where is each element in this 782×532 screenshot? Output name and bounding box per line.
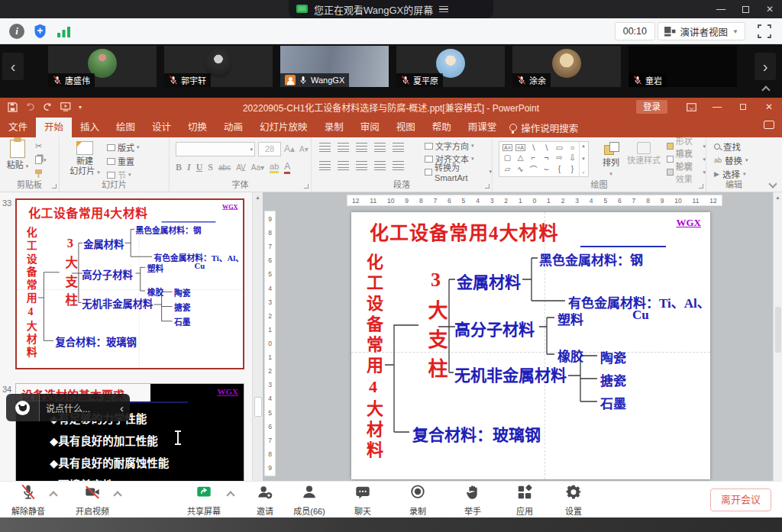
participant-tile[interactable]: 夏平原 <box>396 46 505 87</box>
dialog-launcher-icon[interactable] <box>699 184 703 189</box>
slide-33-thumbnail[interactable]: 化工设备常用4大材料 WGX 化工设备常用4大材料 3大支柱 金属材料 黑色金属… <box>15 198 244 369</box>
left-brace-shape-icon[interactable]: { <box>558 165 561 173</box>
tab-animations[interactable]: 动画 <box>215 118 251 137</box>
tell-me-search[interactable]: 操作说明搜索 <box>509 118 578 137</box>
participant-tile[interactable]: 涂余 <box>512 46 621 87</box>
columns-icon[interactable] <box>393 161 404 170</box>
grow-font-icon[interactable]: A▴ <box>284 143 295 154</box>
tab-record[interactable]: 录制 <box>316 118 352 137</box>
chat-input[interactable]: 说点什么... ‹ <box>40 394 130 421</box>
align-right-icon[interactable] <box>356 161 367 170</box>
vertical-textbox-shape-icon[interactable]: ≡A <box>515 144 525 151</box>
tab-insert[interactable]: 插入 <box>72 118 108 137</box>
tab-help[interactable]: 帮助 <box>424 118 460 137</box>
participant-tile[interactable]: 唐盛伟 <box>48 46 157 87</box>
tab-draw[interactable]: 绘图 <box>108 118 144 137</box>
redo-icon[interactable] <box>43 102 53 112</box>
scroll-right-button[interactable]: › <box>755 53 776 80</box>
text-direction-button[interactable]: 文字方向▾ <box>425 140 492 151</box>
right-arrow-shape-icon[interactable]: ⇨ <box>556 153 562 162</box>
decrease-indent-icon[interactable] <box>356 143 367 152</box>
font-size-combobox[interactable]: 28 <box>258 142 281 156</box>
login-button[interactable]: 登录 <box>636 100 667 114</box>
window-close-button[interactable]: ✕ <box>758 0 782 18</box>
copy-button[interactable]: ▾ <box>35 154 47 166</box>
banner-menu-icon[interactable] <box>439 6 448 13</box>
raise-hand-button[interactable]: 举手 <box>451 484 495 517</box>
highlight-color-icon[interactable]: ab <box>270 162 279 173</box>
undo-icon[interactable] <box>25 102 35 112</box>
increase-indent-icon[interactable] <box>374 143 386 152</box>
thumbnail-panel-scrollbar[interactable]: ▲ <box>252 192 263 481</box>
invite-button[interactable]: 邀请 <box>243 484 287 517</box>
chat-button[interactable]: 聊天 <box>341 484 385 517</box>
font-name-combobox[interactable]: ▾ <box>176 142 255 156</box>
scrollbar-thumb[interactable] <box>775 307 781 353</box>
collapse-strip-icon[interactable] <box>761 85 770 94</box>
participant-tile-presenter[interactable]: WangGX <box>280 46 389 87</box>
window-maximize-button[interactable] <box>733 0 758 18</box>
tab-slideshow[interactable]: 幻灯片放映 <box>251 118 316 137</box>
replace-button[interactable]: ab替换▾ <box>714 155 748 166</box>
layout-button[interactable]: 版式▾ <box>107 142 140 153</box>
rounded-rect-shape-icon[interactable]: ▢ <box>504 153 511 162</box>
change-case-icon[interactable]: Aa▾ <box>251 163 264 172</box>
emoji-button[interactable] <box>6 394 40 421</box>
shapes-gallery[interactable]: A≡ ≡A ∖ ∖ ▭ ○ ▢ △ ⌐ ¬ ⇨ ⇩ ▱ ∿ ⌒ ∼ { } <box>499 141 589 177</box>
triangle-shape-icon[interactable]: △ <box>518 153 524 162</box>
tab-rain-classroom[interactable]: 雨课堂 <box>460 118 506 137</box>
down-arrow-shape-icon[interactable]: ⇩ <box>569 153 575 162</box>
underline-icon[interactable]: U <box>196 162 203 173</box>
ppt-close-button[interactable]: ✕ <box>756 98 782 116</box>
settings-button[interactable]: 设置 <box>551 484 596 517</box>
dialog-launcher-icon[interactable] <box>485 184 490 189</box>
scroll-up-icon[interactable]: ▲ <box>253 192 263 200</box>
arrange-button[interactable]: 排列▾ <box>596 140 625 177</box>
freeform-shape-icon[interactable]: ▱ <box>505 165 511 173</box>
slideshow-icon[interactable] <box>60 102 71 111</box>
char-spacing-icon[interactable]: AV̲ <box>236 163 246 172</box>
font-color-icon[interactable]: A <box>284 161 290 174</box>
find-button[interactable]: 查找 <box>714 141 748 152</box>
slide-canvas[interactable]: 化工设备常用4大材料 WGX 化工设备常用4大材料 3大支柱 金属材料 黑色金属… <box>351 212 710 479</box>
oval-shape-icon[interactable]: ○ <box>570 143 574 152</box>
leave-meeting-button[interactable]: 离开会议 <box>710 488 771 511</box>
apps-button[interactable]: 应用 <box>502 484 547 517</box>
tab-home[interactable]: 开始 <box>36 118 72 137</box>
qat-customize-icon[interactable]: ▾ <box>79 104 82 111</box>
rectangle-shape-icon[interactable]: ▭ <box>556 143 563 152</box>
gallery-scrollbar[interactable]: ▲▼▿ <box>579 142 587 176</box>
numbering-icon[interactable] <box>338 143 349 152</box>
collapse-ribbon-icon[interactable] <box>768 179 777 188</box>
window-minimize-button[interactable]: — <box>709 0 733 18</box>
line-spacing-icon[interactable] <box>393 143 404 152</box>
align-left-icon[interactable] <box>319 161 331 170</box>
start-video-button[interactable]: 开启视频 <box>70 484 115 517</box>
save-icon[interactable] <box>8 102 18 112</box>
record-button[interactable]: 录制 <box>396 484 440 517</box>
arrow-shape-icon[interactable]: ∖ <box>544 143 548 152</box>
align-center-icon[interactable] <box>338 161 349 170</box>
scribble-shape-icon[interactable]: ∿ <box>517 165 523 173</box>
tab-file[interactable]: 文件 <box>0 118 36 137</box>
elbow2-shape-icon[interactable]: ¬ <box>544 153 549 162</box>
members-button[interactable]: 成员(66) <box>287 484 331 517</box>
security-shield-icon[interactable] <box>32 23 48 40</box>
cut-button[interactable]: ✂ <box>35 140 47 152</box>
arc-shape-icon[interactable]: ⌒ <box>530 163 538 175</box>
italic-icon[interactable]: I <box>187 162 191 173</box>
reset-button[interactable]: 重置 <box>107 156 140 166</box>
elbow-shape-icon[interactable]: ⌐ <box>532 153 536 162</box>
share-screen-button[interactable]: 共享屏幕 <box>182 484 226 517</box>
ppt-restore-button[interactable] <box>730 98 756 116</box>
bold-icon[interactable]: B <box>176 162 182 173</box>
watching-banner[interactable]: 您正在观看WangGX的屏幕 <box>289 0 493 18</box>
textbox-shape-icon[interactable]: A≡ <box>502 144 512 151</box>
strikethrough-icon[interactable]: abc <box>218 163 231 172</box>
ppt-minimize-button[interactable]: — <box>704 98 730 116</box>
dialog-launcher-icon[interactable] <box>304 184 309 189</box>
right-brace-shape-icon[interactable]: } <box>571 165 574 173</box>
info-icon[interactable]: i <box>9 24 24 39</box>
shape-effects-button[interactable]: 形状效果▾ <box>667 167 706 177</box>
line-shape-icon[interactable]: ∖ <box>531 143 535 152</box>
